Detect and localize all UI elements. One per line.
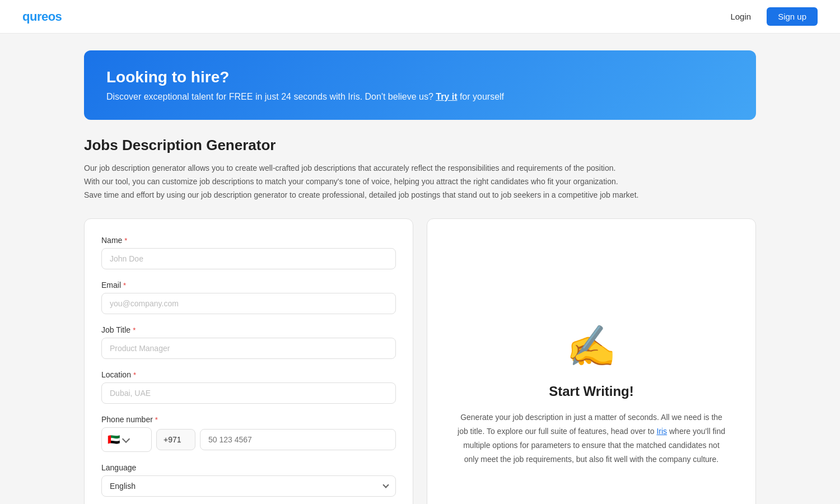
email-field-group: Email*: [101, 281, 396, 314]
signup-button[interactable]: Sign up: [767, 7, 818, 26]
banner-heading: Looking to hire?: [106, 68, 734, 86]
phone-required-star: *: [155, 416, 158, 424]
email-required-star: *: [123, 281, 126, 290]
navbar: qureos Login Sign up: [0, 0, 840, 34]
country-chevron-icon: [122, 435, 130, 443]
country-selector[interactable]: 🇦🇪: [101, 427, 152, 452]
banner-text-before: Discover exceptional talent for FREE in …: [106, 92, 433, 101]
name-input[interactable]: [101, 248, 396, 269]
location-label: Location*: [101, 370, 396, 379]
name-field-group: Name*: [101, 236, 396, 269]
language-label: Language: [101, 463, 396, 472]
phone-field-group: Phone number* 🇦🇪 +971: [101, 415, 396, 452]
banner-body: Discover exceptional talent for FREE in …: [106, 92, 734, 102]
name-label: Name*: [101, 236, 396, 245]
main-content: Looking to hire? Discover exceptional ta…: [0, 34, 840, 504]
job-title-label: Job Title*: [101, 325, 396, 334]
form-card: Name* Email* Job Title*: [84, 218, 413, 504]
phone-row: 🇦🇪 +971: [101, 427, 396, 452]
page-title: Jobs Description Generator: [84, 137, 756, 154]
language-select-wrapper: English Arabic French Spanish German: [101, 475, 396, 497]
login-button[interactable]: Login: [721, 7, 760, 26]
job-title-required-star: *: [133, 326, 136, 334]
logo: qureos: [22, 10, 62, 24]
email-input[interactable]: [101, 293, 396, 314]
iris-link[interactable]: Iris: [656, 427, 667, 436]
job-title-field-group: Job Title*: [101, 325, 396, 359]
language-field-group: Language English Arabic French Spanish G…: [101, 463, 396, 497]
banner-text-after: for yourself: [460, 92, 504, 101]
email-label: Email*: [101, 281, 396, 290]
nav-buttons: Login Sign up: [721, 7, 818, 26]
page-description: Our job description generator allows you…: [84, 162, 756, 202]
job-title-input[interactable]: [101, 338, 396, 359]
promo-banner: Looking to hire? Discover exceptional ta…: [84, 50, 756, 120]
flag-icon: 🇦🇪: [108, 433, 120, 446]
phone-label: Phone number*: [101, 415, 396, 424]
content-grid: Name* Email* Job Title*: [84, 218, 756, 504]
banner-link[interactable]: Try it: [436, 92, 457, 101]
preview-card: ✍️ Start Writing! Generate your job desc…: [427, 218, 756, 504]
location-field-group: Location*: [101, 370, 396, 404]
phone-country-code: +971: [156, 429, 195, 450]
writing-icon: ✍️: [566, 323, 617, 370]
name-required-star: *: [124, 236, 127, 245]
preview-description: Generate your job description in just a …: [457, 410, 726, 467]
location-input[interactable]: [101, 382, 396, 404]
phone-number-input[interactable]: [200, 429, 396, 450]
language-select[interactable]: English Arabic French Spanish German: [101, 475, 396, 497]
location-required-star: *: [133, 371, 136, 379]
preview-title: Start Writing!: [549, 384, 634, 399]
